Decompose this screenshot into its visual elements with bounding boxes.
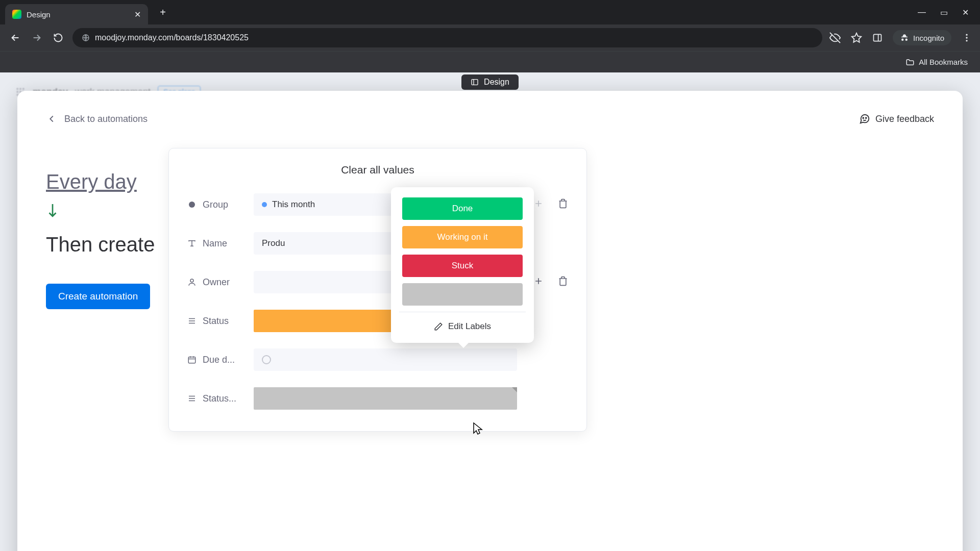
new-tab-button[interactable]: + — [155, 5, 170, 20]
status-value-empty — [254, 387, 517, 410]
svg-point-9 — [17, 91, 18, 92]
edit-labels[interactable]: Edit Labels — [402, 318, 523, 335]
delete-icon[interactable] — [558, 276, 568, 288]
status-option-stuck[interactable]: Stuck — [402, 255, 523, 277]
back-to-automations[interactable]: Back to automations — [46, 113, 148, 124]
maximize-icon[interactable]: ▭ — [940, 8, 948, 17]
row-status-2: Status... — [187, 387, 568, 410]
minimize-icon[interactable]: — — [918, 8, 926, 17]
menu-icon[interactable] — [962, 33, 972, 43]
svg-rect-24 — [188, 357, 195, 363]
url-text: moodjoy.monday.com/boards/1830420525 — [95, 33, 249, 42]
empty-circle-icon — [262, 355, 271, 364]
svg-point-6 — [17, 88, 18, 90]
bookmarks-bar: All Bookmarks — [0, 51, 980, 72]
side-panel-icon[interactable] — [872, 33, 883, 43]
browser-tab[interactable]: Design ✕ — [5, 4, 148, 24]
automation-modal: Back to automations Give feedback Every … — [17, 91, 963, 551]
browser-tab-strip: Design ✕ + — ▭ ✕ — [0, 0, 980, 24]
page-content: monday work management See plans Design … — [0, 72, 980, 551]
status-dropdown: Done Working on it Stuck Edit Labels — [391, 187, 534, 343]
group-color-dot — [262, 202, 267, 207]
trigger-every-day[interactable]: Every day — [46, 170, 189, 193]
then-create-text: Then create — [46, 233, 189, 256]
status-option-blank[interactable] — [402, 283, 523, 306]
window-controls: — ▭ ✕ — [918, 8, 975, 17]
give-feedback[interactable]: Give feedback — [859, 113, 934, 124]
svg-point-5 — [966, 40, 967, 41]
url-input[interactable]: moodjoy.monday.com/boards/1830420525 — [72, 28, 822, 47]
back-icon[interactable] — [8, 31, 22, 45]
svg-point-8 — [22, 88, 24, 90]
svg-point-18 — [866, 117, 867, 118]
status-option-done[interactable]: Done — [402, 197, 523, 220]
svg-point-4 — [966, 37, 967, 38]
reload-icon[interactable] — [51, 31, 65, 45]
arrow-down-icon — [46, 203, 189, 222]
status-option-working[interactable]: Working on it — [402, 226, 523, 248]
svg-point-20 — [190, 279, 193, 282]
row-due-date: Due d... — [187, 348, 568, 371]
bookmark-star-icon[interactable] — [851, 32, 862, 43]
due-date-input[interactable] — [254, 348, 517, 371]
svg-point-19 — [189, 202, 195, 208]
add-icon[interactable] — [533, 276, 544, 288]
eye-off-icon[interactable] — [829, 32, 841, 43]
close-tab-icon[interactable]: ✕ — [134, 10, 141, 19]
clear-all-values[interactable]: Clear all values — [187, 164, 568, 176]
values-panel: Clear all values Group This month — [168, 148, 587, 432]
all-bookmarks[interactable]: All Bookmarks — [919, 58, 968, 66]
status2-input[interactable] — [254, 387, 517, 410]
svg-point-17 — [863, 117, 864, 118]
svg-point-7 — [19, 88, 21, 90]
favicon — [12, 10, 21, 19]
forward-icon[interactable] — [30, 31, 44, 45]
add-icon[interactable] — [533, 198, 544, 211]
delete-icon[interactable] — [558, 198, 568, 211]
incognito-badge[interactable]: Incognito — [893, 30, 951, 45]
svg-rect-1 — [874, 34, 881, 41]
create-automation-button[interactable]: Create automation — [46, 284, 150, 309]
incognito-label: Incognito — [913, 34, 944, 42]
address-bar: moodjoy.monday.com/boards/1830420525 Inc… — [0, 24, 980, 51]
tab-title: Design — [27, 10, 129, 19]
close-window-icon[interactable]: ✕ — [962, 8, 969, 17]
svg-point-3 — [966, 34, 967, 36]
